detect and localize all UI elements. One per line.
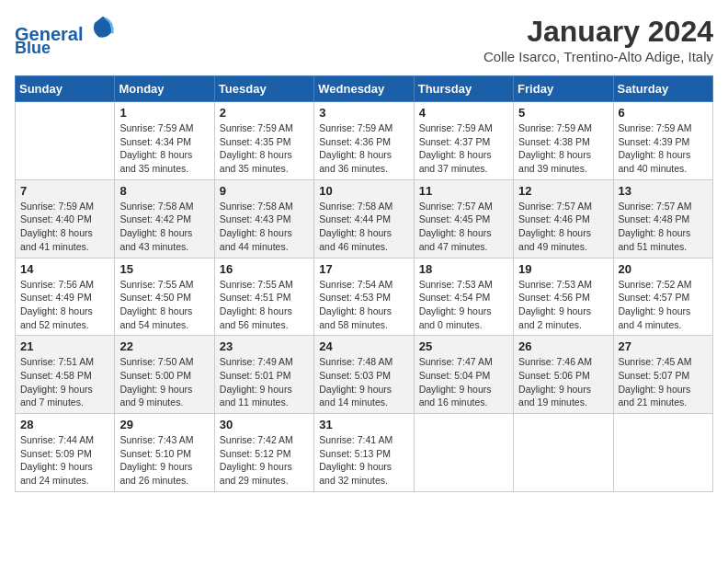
calendar-cell: 13Sunrise: 7:57 AM Sunset: 4:48 PM Dayli… — [613, 179, 712, 258]
calendar-cell: 3Sunrise: 7:59 AM Sunset: 4:36 PM Daylig… — [314, 102, 414, 180]
day-number: 1 — [119, 106, 209, 120]
day-number: 15 — [119, 262, 209, 276]
day-info: Sunrise: 7:43 AM Sunset: 5:10 PM Dayligh… — [119, 433, 209, 488]
calendar-cell: 8Sunrise: 7:58 AM Sunset: 4:42 PM Daylig… — [115, 179, 214, 258]
day-info: Sunrise: 7:47 AM Sunset: 5:04 PM Dayligh… — [419, 355, 508, 409]
day-info: Sunrise: 7:44 AM Sunset: 5:09 PM Dayligh… — [20, 433, 109, 488]
days-header-row: SundayMondayTuesdayWednesdayThursdayFrid… — [16, 76, 713, 102]
calendar-cell: 30Sunrise: 7:42 AM Sunset: 5:12 PM Dayli… — [214, 414, 313, 492]
day-number: 22 — [119, 339, 209, 353]
day-info: Sunrise: 7:59 AM Sunset: 4:40 PM Dayligh… — [20, 200, 109, 254]
day-number: 16 — [220, 262, 309, 276]
day-number: 10 — [319, 184, 408, 198]
day-number: 23 — [220, 339, 309, 353]
calendar-cell — [613, 414, 712, 492]
calendar-cell: 17Sunrise: 7:54 AM Sunset: 4:53 PM Dayli… — [314, 258, 414, 336]
day-info: Sunrise: 7:55 AM Sunset: 4:51 PM Dayligh… — [220, 278, 309, 332]
calendar-cell — [414, 414, 513, 492]
day-info: Sunrise: 7:58 AM Sunset: 4:42 PM Dayligh… — [119, 200, 209, 254]
day-info: Sunrise: 7:45 AM Sunset: 5:07 PM Dayligh… — [619, 355, 708, 409]
calendar-cell: 20Sunrise: 7:52 AM Sunset: 4:57 PM Dayli… — [613, 258, 712, 336]
day-number: 7 — [20, 184, 109, 198]
location: Colle Isarco, Trentino-Alto Adige, Italy — [483, 49, 713, 64]
day-number: 24 — [319, 339, 408, 353]
day-info: Sunrise: 7:57 AM Sunset: 4:45 PM Dayligh… — [419, 200, 508, 254]
week-row-3: 21Sunrise: 7:51 AM Sunset: 4:58 PM Dayli… — [16, 336, 713, 414]
day-info: Sunrise: 7:58 AM Sunset: 4:43 PM Dayligh… — [220, 200, 309, 254]
calendar-cell: 23Sunrise: 7:49 AM Sunset: 5:01 PM Dayli… — [214, 336, 313, 414]
day-info: Sunrise: 7:52 AM Sunset: 4:57 PM Dayligh… — [619, 278, 708, 332]
day-header-thursday: Thursday — [414, 76, 513, 102]
calendar-cell: 18Sunrise: 7:53 AM Sunset: 4:54 PM Dayli… — [414, 258, 513, 336]
calendar-cell — [16, 102, 115, 180]
day-info: Sunrise: 7:42 AM Sunset: 5:12 PM Dayligh… — [220, 433, 309, 488]
calendar-cell: 24Sunrise: 7:48 AM Sunset: 5:03 PM Dayli… — [314, 336, 414, 414]
calendar-cell: 2Sunrise: 7:59 AM Sunset: 4:35 PM Daylig… — [214, 102, 313, 180]
calendar-cell: 31Sunrise: 7:41 AM Sunset: 5:13 PM Dayli… — [314, 414, 414, 492]
calendar-cell: 14Sunrise: 7:56 AM Sunset: 4:49 PM Dayli… — [16, 258, 115, 336]
day-number: 6 — [619, 106, 708, 120]
logo-icon — [90, 15, 116, 40]
day-info: Sunrise: 7:56 AM Sunset: 4:49 PM Dayligh… — [20, 278, 109, 332]
day-info: Sunrise: 7:54 AM Sunset: 4:53 PM Dayligh… — [319, 278, 408, 332]
day-number: 3 — [319, 106, 408, 120]
calendar-cell: 12Sunrise: 7:57 AM Sunset: 4:46 PM Dayli… — [514, 179, 613, 258]
day-info: Sunrise: 7:59 AM Sunset: 4:39 PM Dayligh… — [619, 121, 708, 176]
calendar-cell: 29Sunrise: 7:43 AM Sunset: 5:10 PM Dayli… — [115, 414, 214, 492]
day-number: 8 — [119, 184, 209, 198]
month-title: January 2024 — [483, 15, 713, 49]
day-info: Sunrise: 7:53 AM Sunset: 4:56 PM Dayligh… — [518, 278, 608, 332]
day-info: Sunrise: 7:57 AM Sunset: 4:48 PM Dayligh… — [619, 200, 708, 254]
day-number: 18 — [419, 262, 508, 276]
day-header-sunday: Sunday — [16, 76, 115, 102]
day-number: 2 — [220, 106, 309, 120]
day-number: 9 — [220, 184, 309, 198]
day-header-tuesday: Tuesday — [214, 76, 313, 102]
calendar-cell: 1Sunrise: 7:59 AM Sunset: 4:34 PM Daylig… — [115, 102, 214, 180]
day-number: 5 — [518, 106, 608, 120]
day-number: 19 — [518, 262, 608, 276]
day-number: 17 — [319, 262, 408, 276]
day-info: Sunrise: 7:57 AM Sunset: 4:46 PM Dayligh… — [518, 200, 608, 254]
day-number: 11 — [419, 184, 508, 198]
calendar-cell: 21Sunrise: 7:51 AM Sunset: 4:58 PM Dayli… — [16, 336, 115, 414]
day-number: 13 — [619, 184, 708, 198]
calendar-cell — [514, 414, 613, 492]
calendar-cell: 6Sunrise: 7:59 AM Sunset: 4:39 PM Daylig… — [613, 102, 712, 180]
calendar-cell: 11Sunrise: 7:57 AM Sunset: 4:45 PM Dayli… — [414, 179, 513, 258]
day-info: Sunrise: 7:55 AM Sunset: 4:50 PM Dayligh… — [119, 278, 209, 332]
title-area: January 2024 Colle Isarco, Trentino-Alto… — [483, 15, 713, 64]
calendar-cell: 9Sunrise: 7:58 AM Sunset: 4:43 PM Daylig… — [214, 179, 313, 258]
calendar-cell: 25Sunrise: 7:47 AM Sunset: 5:04 PM Dayli… — [414, 336, 513, 414]
day-info: Sunrise: 7:48 AM Sunset: 5:03 PM Dayligh… — [319, 355, 408, 409]
calendar-cell: 27Sunrise: 7:45 AM Sunset: 5:07 PM Dayli… — [613, 336, 712, 414]
calendar-cell: 26Sunrise: 7:46 AM Sunset: 5:06 PM Dayli… — [514, 336, 613, 414]
calendar-cell: 16Sunrise: 7:55 AM Sunset: 4:51 PM Dayli… — [214, 258, 313, 336]
day-info: Sunrise: 7:53 AM Sunset: 4:54 PM Dayligh… — [419, 278, 508, 332]
day-info: Sunrise: 7:59 AM Sunset: 4:36 PM Dayligh… — [319, 121, 408, 176]
day-number: 28 — [20, 418, 109, 431]
week-row-2: 14Sunrise: 7:56 AM Sunset: 4:49 PM Dayli… — [16, 258, 713, 336]
day-number: 20 — [619, 262, 708, 276]
calendar-cell: 4Sunrise: 7:59 AM Sunset: 4:37 PM Daylig… — [414, 102, 513, 180]
day-info: Sunrise: 7:51 AM Sunset: 4:58 PM Dayligh… — [20, 355, 109, 409]
calendar-cell: 22Sunrise: 7:50 AM Sunset: 5:00 PM Dayli… — [115, 336, 214, 414]
day-info: Sunrise: 7:59 AM Sunset: 4:34 PM Dayligh… — [119, 121, 209, 176]
week-row-1: 7Sunrise: 7:59 AM Sunset: 4:40 PM Daylig… — [16, 179, 713, 258]
calendar-cell: 5Sunrise: 7:59 AM Sunset: 4:38 PM Daylig… — [514, 102, 613, 180]
day-header-friday: Friday — [514, 76, 613, 102]
day-info: Sunrise: 7:50 AM Sunset: 5:00 PM Dayligh… — [119, 355, 209, 409]
day-number: 21 — [20, 339, 109, 353]
day-number: 4 — [419, 106, 508, 120]
logo: General Blue — [15, 15, 116, 58]
day-number: 31 — [319, 418, 408, 431]
day-info: Sunrise: 7:49 AM Sunset: 5:01 PM Dayligh… — [220, 355, 309, 409]
day-number: 30 — [220, 418, 309, 431]
page-header: General Blue January 2024 Colle Isarco, … — [15, 15, 713, 64]
calendar-cell: 28Sunrise: 7:44 AM Sunset: 5:09 PM Dayli… — [16, 414, 115, 492]
day-number: 29 — [119, 418, 209, 431]
day-header-monday: Monday — [115, 76, 214, 102]
calendar-cell: 7Sunrise: 7:59 AM Sunset: 4:40 PM Daylig… — [16, 179, 115, 258]
day-number: 26 — [518, 339, 608, 353]
day-header-saturday: Saturday — [613, 76, 712, 102]
